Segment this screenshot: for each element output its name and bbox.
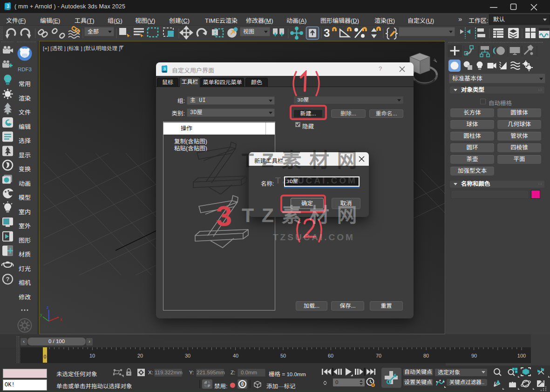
svg-text:60: 60 [328,353,333,358]
svg-text:20: 20 [137,353,143,358]
svg-text:30: 30 [185,353,190,358]
svg-text:MAX: MAX [6,8,10,10]
svg-text:10: 10 [89,353,95,358]
svg-text:3: 3 [324,27,330,39]
svg-text:?: ? [6,276,10,283]
svg-text:y: y [40,312,42,317]
svg-text:70: 70 [376,353,381,358]
svg-text:x: x [60,317,62,322]
svg-text:80: 80 [423,353,429,358]
svg-text:3: 3 [7,4,9,9]
svg-text:100: 100 [517,353,526,358]
svg-text:50: 50 [280,353,286,358]
svg-text:0: 0 [44,354,47,359]
svg-text:90: 90 [471,353,477,358]
svg-text:3: 3 [163,67,166,71]
svg-text:40: 40 [233,353,238,358]
svg-text:0: 0 [241,382,244,387]
svg-text:z: z [47,305,49,310]
